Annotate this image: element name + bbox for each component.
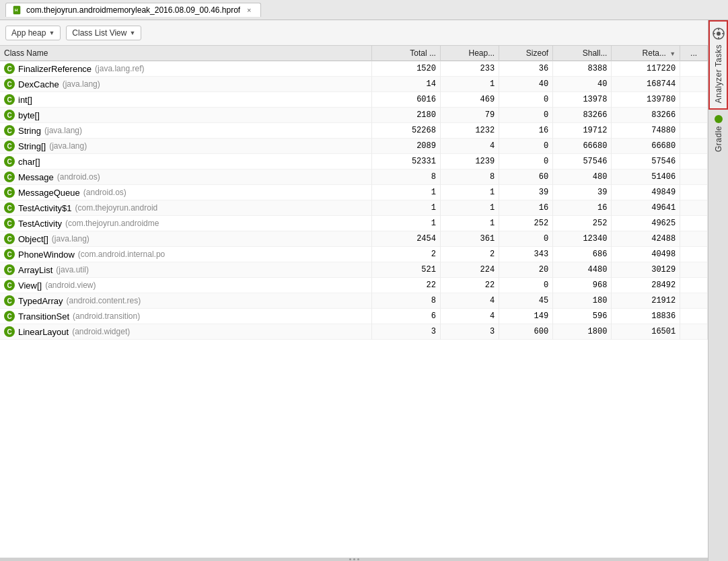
view-dropdown[interactable]: Class List View ▼	[66, 26, 141, 40]
table-row[interactable]: CMessage (android.os)886048051406	[0, 170, 708, 185]
class-cell: CTestActivity$1 (com.thejoyrun.android	[4, 202, 367, 213]
analyzer-tasks-panel[interactable]: Analyzer Tasks	[708, 20, 728, 110]
table-row[interactable]: CFinalizerReference (java.lang.ref)15202…	[0, 61, 708, 77]
cell-sizeof: 0	[499, 231, 553, 247]
cell-heap: 469	[440, 92, 499, 108]
table-row[interactable]: CString (java.lang)522681232161971274880	[0, 123, 708, 139]
col-header-shallow[interactable]: Shall...	[553, 46, 612, 61]
table-row[interactable]: CPhoneWindow (com.android.internal.po223…	[0, 247, 708, 262]
class-package: (com.android.internal.po	[78, 250, 165, 259]
table-row[interactable]: CView[] (android.view)2222096828492	[0, 278, 708, 293]
resize-dots	[349, 558, 359, 560]
class-cell: CMessage (android.os)	[4, 172, 367, 182]
resize-handle[interactable]	[0, 558, 708, 561]
cell-heap: 1239	[440, 154, 499, 170]
table-row[interactable]: CString[] (java.lang)2089406668066680	[0, 139, 708, 154]
cell-retained: 49849	[612, 185, 680, 200]
cell-shallow: 19712	[553, 123, 612, 139]
cell-total: 14	[372, 77, 441, 92]
class-cell: CString[] (java.lang)	[4, 141, 367, 151]
cell-heap: 1	[440, 185, 499, 200]
cell-more	[680, 170, 708, 185]
svg-text:H: H	[15, 8, 17, 12]
cell-total: 2	[372, 247, 441, 262]
class-cell: Cchar[]	[4, 156, 367, 167]
class-name: View[]	[18, 280, 42, 291]
cell-sizeof: 40	[499, 77, 553, 92]
cell-shallow: 12340	[553, 231, 612, 247]
cell-shallow: 968	[553, 278, 612, 293]
table-row[interactable]: Cchar[]52331123905754657546	[0, 154, 708, 170]
table-row[interactable]: CLinearLayout (android.widget)3360018001…	[0, 324, 708, 340]
cell-shallow: 4480	[553, 262, 612, 278]
table-row[interactable]: Cint[]6016469013978139780	[0, 92, 708, 108]
cell-total: 2180	[372, 108, 441, 123]
class-name: TypedArray	[18, 296, 63, 306]
cell-sizeof: 60	[499, 170, 553, 185]
right-sidebar: Analyzer Tasks Gradle	[708, 20, 728, 561]
col-header-retained[interactable]: Reta... ▼	[612, 46, 680, 61]
close-tab-button[interactable]: ×	[244, 5, 254, 15]
sort-indicator: ▼	[669, 50, 676, 57]
table-row[interactable]: CTestActivity (com.thejoyrun.androidme11…	[0, 216, 708, 231]
gradle-tab[interactable]: Gradle	[708, 110, 728, 561]
heap-dropdown[interactable]: App heap ▼	[5, 26, 61, 40]
cell-heap: 1232	[440, 123, 499, 139]
class-badge: C	[4, 311, 15, 322]
analyzer-icon	[712, 27, 725, 40]
cell-sizeof: 0	[499, 92, 553, 108]
cell-shallow: 1800	[553, 324, 612, 340]
class-name: Message	[18, 172, 54, 182]
table-header-row: Class Name Total ... Heap... Sizeof Shal	[0, 46, 708, 61]
cell-total: 1	[372, 200, 441, 216]
cell-retained: 117220	[612, 61, 680, 77]
class-cell: CFinalizerReference (java.lang.ref)	[4, 63, 367, 74]
cell-shallow: 480	[553, 170, 612, 185]
col-header-class[interactable]: Class Name	[0, 46, 372, 61]
cell-more	[680, 123, 708, 139]
table-row[interactable]: CObject[] (java.lang)245436101234042488	[0, 231, 708, 247]
class-cell: CMessageQueue (android.os)	[4, 187, 367, 198]
table-row[interactable]: CDexCache (java.lang)1414040168744	[0, 77, 708, 92]
col-header-total[interactable]: Total ...	[372, 46, 441, 61]
class-cell: CTransitionSet (android.transition)	[4, 311, 367, 322]
cell-retained: 74880	[612, 123, 680, 139]
class-name: ArrayList	[18, 265, 52, 275]
class-badge: C	[4, 125, 15, 136]
cell-total: 52331	[372, 154, 441, 170]
cell-heap: 1	[440, 200, 499, 216]
cell-heap: 2	[440, 247, 499, 262]
class-badge: C	[4, 280, 15, 291]
cell-more	[680, 231, 708, 247]
cell-shallow: 596	[553, 309, 612, 324]
table-row[interactable]: CMessageQueue (android.os)11393949849	[0, 185, 708, 200]
cell-total: 52268	[372, 123, 441, 139]
table-row[interactable]: CArrayList (java.util)52122420448030129	[0, 262, 708, 278]
table-row[interactable]: CTestActivity$1 (com.thejoyrun.android11…	[0, 200, 708, 216]
cell-sizeof: 343	[499, 247, 553, 262]
resize-dot	[357, 558, 359, 560]
cell-heap: 4	[440, 309, 499, 324]
file-tab[interactable]: H com.thejoyrun.androidmemoryleak_2016.0…	[5, 3, 261, 17]
col-header-heap[interactable]: Heap...	[440, 46, 499, 61]
class-badge: C	[4, 141, 15, 151]
cell-shallow: 180	[553, 293, 612, 309]
col-header-more[interactable]: ...	[680, 46, 708, 61]
cell-shallow: 83266	[553, 108, 612, 123]
cell-sizeof: 252	[499, 216, 553, 231]
gradle-label: Gradle	[714, 126, 723, 152]
col-header-sizeof[interactable]: Sizeof	[499, 46, 553, 61]
table-row[interactable]: CTypedArray (android.content.res)8445180…	[0, 293, 708, 309]
cell-heap: 1	[440, 77, 499, 92]
toolbar: App heap ▼ Class List View ▼	[0, 20, 708, 46]
class-name: PhoneWindow	[18, 250, 75, 260]
class-name: TransitionSet	[18, 311, 69, 322]
cell-retained: 51406	[612, 170, 680, 185]
class-package: (java.lang)	[63, 79, 100, 89]
gradle-icon	[715, 115, 723, 123]
class-table-wrapper: Class Name Total ... Heap... Sizeof Shal	[0, 46, 708, 558]
class-package: (java.util)	[56, 265, 89, 274]
table-row[interactable]: CTransitionSet (android.transition)64149…	[0, 309, 708, 324]
file-icon: H	[13, 5, 22, 15]
table-row[interactable]: Cbyte[]21807908326683266	[0, 108, 708, 123]
